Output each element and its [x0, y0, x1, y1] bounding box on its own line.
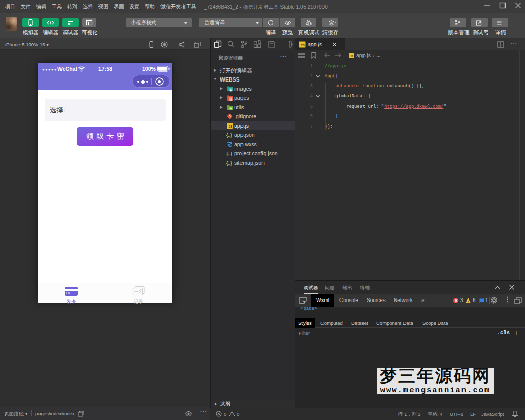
svg-text:{..}: {..}: [226, 161, 232, 166]
svg-text:{..}: {..}: [226, 151, 232, 156]
svg-text:{..}: {..}: [226, 133, 232, 138]
svg-text:JS: JS: [350, 55, 354, 58]
svg-text:JS: JS: [229, 125, 233, 128]
svg-text:JS: JS: [301, 44, 305, 47]
